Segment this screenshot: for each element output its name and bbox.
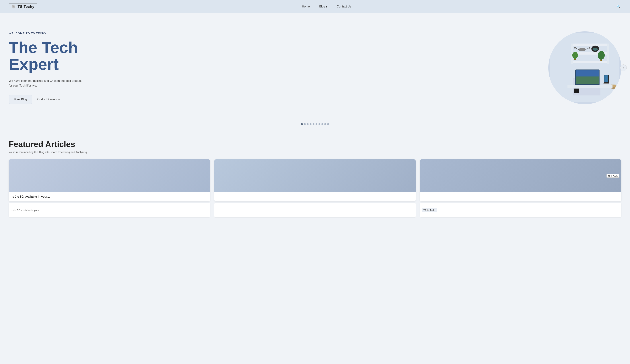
slider-dot-7[interactable] <box>318 123 320 125</box>
hero-subtitle: Welcome to TS Techy <box>9 32 85 35</box>
slider-dot-2[interactable] <box>304 123 306 125</box>
slider-dot-9[interactable] <box>324 123 326 125</box>
svg-rect-24 <box>604 75 608 82</box>
svg-point-6 <box>579 48 586 51</box>
svg-rect-3 <box>571 61 609 63</box>
nav-link-contact[interactable]: Contact Us <box>337 5 351 8</box>
svg-rect-25 <box>604 83 609 84</box>
article-card-2-image <box>214 159 416 192</box>
svg-rect-30 <box>574 88 579 93</box>
hero-buttons: View Blog Product Review → <box>9 95 85 104</box>
hero-section: Welcome to TS Techy The Tech Expert We h… <box>0 13 630 119</box>
hero-title-line1: The Tech <box>9 38 78 56</box>
nav-item-contact[interactable]: Contact Us <box>337 5 351 8</box>
svg-point-16 <box>572 52 578 59</box>
hero-title: The Tech Expert <box>9 39 85 73</box>
navbar: 🐘 TS Techy Home Blog ▾ Contact Us 🔍 <box>0 0 630 13</box>
article-card-3-image: TS 🐘 Techy <box>420 159 621 192</box>
chevron-right-icon: › <box>623 66 624 69</box>
search-icon: 🔍 <box>616 5 620 8</box>
hero-title-line2: Expert <box>9 55 59 73</box>
svg-rect-5 <box>607 43 609 64</box>
nav-links: Home Blog ▾ Contact Us <box>302 5 351 8</box>
hero-image: › <box>548 31 621 104</box>
thumb-card-3[interactable]: TS 🐘 Techy <box>420 203 621 217</box>
chevron-down-icon: ▾ <box>326 5 327 8</box>
thumb-card-2[interactable] <box>214 203 416 217</box>
article-card-1-body: Is Jio 5G available in your... <box>9 192 210 201</box>
bottom-preview-cards: Is Jio 5G available in your... TS 🐘 Tech… <box>9 203 621 217</box>
article-card-2[interactable] <box>214 159 416 201</box>
view-blog-button[interactable]: View Blog <box>9 95 32 104</box>
thumb-card-3-logo: TS 🐘 Techy <box>422 208 437 212</box>
hero-text: Welcome to TS Techy The Tech Expert We h… <box>9 32 85 104</box>
svg-point-9 <box>574 47 576 49</box>
svg-point-12 <box>593 48 598 51</box>
nav-item-blog[interactable]: Blog ▾ <box>319 5 327 8</box>
svg-rect-20 <box>576 76 599 84</box>
svg-rect-1 <box>571 43 609 46</box>
hero-description: We have been handpicked and Chosen the b… <box>9 78 85 88</box>
hero-illustration <box>550 33 620 102</box>
article-card-3[interactable]: TS 🐘 Techy <box>420 159 621 201</box>
slider-dot-6[interactable] <box>316 123 317 125</box>
logo-text: TS Techy <box>18 4 34 9</box>
slider-dot-1[interactable] <box>301 123 303 125</box>
nav-right: 🔍 <box>616 4 621 9</box>
hero-next-button[interactable]: › <box>620 64 627 71</box>
featured-title: Featured Articles <box>9 140 621 149</box>
slider-dots <box>0 119 630 132</box>
articles-grid: Is Jio 5G available in your... TS 🐘 Tech… <box>9 159 621 201</box>
svg-rect-21 <box>576 70 599 76</box>
slider-dot-8[interactable] <box>322 123 323 125</box>
article-card-2-body <box>214 192 416 198</box>
article-card-1[interactable]: Is Jio 5G available in your... <box>9 159 210 201</box>
logo-icon: 🐘 <box>12 4 16 9</box>
svg-point-10 <box>588 47 590 49</box>
hero-circle-image <box>548 31 621 104</box>
site-logo[interactable]: 🐘 TS Techy <box>9 3 37 10</box>
nav-link-home[interactable]: Home <box>302 5 310 8</box>
slider-dot-3[interactable] <box>307 123 308 125</box>
thumb-card-1[interactable]: Is Jio 5G available in your... <box>9 203 210 217</box>
article-card-3-body <box>420 192 621 198</box>
product-review-button[interactable]: Product Review → <box>37 98 61 101</box>
svg-rect-29 <box>568 85 612 88</box>
featured-section: Featured Articles We're recommending thi… <box>0 132 630 225</box>
nav-link-blog[interactable]: Blog ▾ <box>319 5 327 8</box>
slider-dot-10[interactable] <box>327 123 329 125</box>
slider-dot-4[interactable] <box>310 123 312 125</box>
slider-dot-5[interactable] <box>313 123 314 125</box>
thumb-card-1-text: Is Jio 5G available in your... <box>10 209 41 212</box>
article-card-1-title: Is Jio 5G available in your... <box>12 195 207 198</box>
nav-item-home[interactable]: Home <box>302 5 310 8</box>
featured-subtitle: We're recommending this Blog after more … <box>9 151 621 154</box>
article-card-1-image <box>9 159 210 192</box>
svg-point-14 <box>598 51 605 60</box>
search-button[interactable]: 🔍 <box>616 4 621 9</box>
